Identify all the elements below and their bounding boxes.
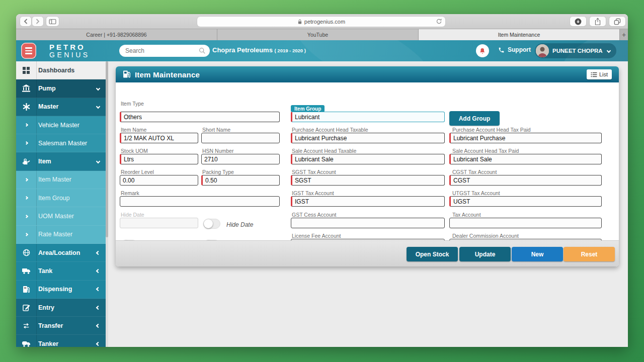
sidebar-item-item-group[interactable]: Item Group — [16, 189, 106, 207]
sidebar-item-rate-master[interactable]: Rate Master — [16, 226, 106, 244]
sidebar-item-master[interactable]: Master — [16, 98, 106, 116]
new-tab-button[interactable]: + — [620, 29, 628, 40]
sidebar-item-label: Item Group — [37, 195, 106, 202]
app-root: PETRO GENIUS Chopra Petroleums ( 2019 - … — [16, 40, 628, 347]
hide-date-toggle[interactable] — [203, 219, 220, 229]
sidebar-item-label: Entry — [37, 304, 97, 311]
chevron-right-icon — [36, 19, 40, 24]
item-type-input[interactable] — [120, 112, 280, 122]
utgst-input[interactable] — [449, 196, 602, 207]
scrollbar[interactable] — [106, 61, 108, 347]
sidebar-item-tank[interactable]: Tank — [16, 262, 106, 280]
header-decor — [283, 40, 443, 61]
tabs-overview-button[interactable] — [609, 17, 625, 26]
notifications-button[interactable] — [476, 44, 489, 57]
sale-taxable-input[interactable] — [291, 154, 445, 164]
sale-tax-paid-input[interactable] — [449, 154, 602, 164]
company-title: Chopra Petroleums — [212, 46, 273, 54]
sidebar: Dashboards Pump Master Vehicle Master — [16, 61, 106, 347]
chevron-right-icon — [16, 207, 37, 225]
tax-account-input[interactable] — [449, 218, 602, 228]
support-link[interactable]: Support — [498, 46, 531, 53]
stock-uom-label: Stock UOM — [121, 148, 148, 154]
sidebar-item-transfer[interactable]: Transfer — [16, 317, 106, 335]
back-button[interactable] — [20, 17, 31, 26]
sidebar-item-area-location[interactable]: Area/Location — [16, 244, 106, 262]
transfer-arrows-icon — [16, 317, 37, 334]
logo-line2: GENIUS — [49, 51, 90, 59]
reload-button[interactable] — [436, 18, 442, 26]
sidebar-item-uom-master[interactable]: UOM Master — [16, 207, 106, 225]
chevron-down-icon — [96, 159, 100, 163]
sidebar-item-label: Item — [37, 158, 97, 165]
browser-window: petrogenius.com Career | +91-9829068896 … — [16, 14, 628, 347]
share-button[interactable] — [590, 17, 606, 26]
remark-input[interactable] — [120, 196, 280, 207]
igst-label: IGST Tax Account — [292, 190, 334, 196]
short-name-input[interactable] — [201, 133, 280, 143]
chevron-left-icon — [96, 269, 100, 273]
item-group-badge: Item Group — [291, 105, 325, 112]
purchase-tax-paid-input[interactable] — [449, 133, 602, 143]
chevron-left-icon — [96, 324, 100, 328]
packing-type-input[interactable] — [201, 175, 280, 186]
short-name-label: Short Name — [202, 127, 230, 133]
item-name-input[interactable] — [120, 133, 198, 143]
sidebar-item-label: Transfer — [37, 322, 97, 329]
item-group-input[interactable] — [291, 112, 445, 122]
sidebar-item-pump[interactable]: Pump — [16, 79, 106, 98]
sidebar-item-salesman-master[interactable]: Salesman Master — [16, 134, 106, 152]
chevron-right-icon — [16, 116, 37, 134]
bell-icon — [479, 47, 486, 54]
chevron-down-icon — [96, 86, 100, 90]
add-group-button[interactable]: Add Group — [449, 111, 500, 126]
tab-career[interactable]: Career | +91-9829068896 — [16, 29, 217, 40]
item-maintenance-panel: Item Maintenance List Item Type Item Gro… — [116, 66, 619, 266]
new-button[interactable]: New — [512, 247, 563, 261]
hsn-number-input[interactable] — [201, 154, 280, 164]
sidebar-item-label: Item Master — [37, 176, 106, 183]
search-input[interactable] — [125, 45, 196, 57]
globe-icon — [16, 244, 37, 261]
user-name: PUNEET CHOPRA — [552, 48, 603, 54]
stock-uom-input[interactable] — [120, 154, 198, 164]
dealer-commission-label: Dealer Commission Account — [452, 233, 519, 239]
sidebar-item-item-master[interactable]: Item Master — [16, 171, 106, 189]
reorder-level-input[interactable] — [120, 175, 198, 186]
list-button[interactable]: List — [587, 69, 612, 79]
update-button[interactable]: Update — [459, 247, 511, 261]
scrollbar-thumb[interactable] — [106, 61, 108, 237]
sidebar-item-tanker[interactable]: Tanker — [16, 335, 106, 347]
sidebar-toggle-button[interactable] — [46, 17, 59, 26]
panel-body: Item Type Item Group Add Group Item Name… — [116, 82, 619, 240]
desktop-background: petrogenius.com Career | +91-9829068896 … — [0, 0, 644, 362]
list-button-label: List — [599, 71, 608, 77]
support-label: Support — [508, 46, 531, 53]
cgst-label: CGST Tax Account — [452, 169, 497, 175]
downloads-button[interactable] — [570, 17, 586, 26]
reset-button[interactable]: Reset — [564, 247, 615, 261]
sidebar-item-vehicle-master[interactable]: Vehicle Master — [16, 116, 106, 134]
url-bar[interactable]: petrogenius.com — [197, 17, 445, 27]
page-title: Item Maintenance — [135, 70, 200, 79]
sidebar-item-dispensing[interactable]: Dispensing — [16, 281, 106, 299]
igst-input[interactable] — [291, 196, 445, 207]
sgst-input[interactable] — [291, 175, 445, 186]
tab-youtube[interactable]: YouTube — [217, 29, 419, 40]
tab-bar: Career | +91-9829068896 YouTube Item Mai… — [16, 29, 628, 40]
open-stock-button[interactable]: Open Stock — [407, 247, 458, 261]
gst-cess-label: GST Cess Account — [292, 212, 337, 218]
chevron-left-icon — [96, 342, 100, 346]
purchase-tax-paid-label: Purchase Account Head Tax Paid — [452, 127, 531, 133]
sidebar-item-item[interactable]: Item — [16, 152, 106, 170]
gst-cess-input[interactable] — [291, 218, 445, 228]
cgst-input[interactable] — [449, 175, 602, 186]
purchase-taxable-input[interactable] — [291, 133, 445, 143]
tab-item-maintenance[interactable]: Item Maintenance — [419, 29, 620, 40]
menu-toggle-button[interactable] — [21, 43, 36, 59]
sidebar-item-entry[interactable]: Entry — [16, 299, 106, 317]
sidebar-item-dashboards[interactable]: Dashboards — [16, 61, 106, 79]
forward-button[interactable] — [32, 17, 43, 26]
user-menu[interactable]: PUNEET CHOPRA — [535, 43, 616, 58]
chevron-left-icon — [24, 19, 28, 24]
